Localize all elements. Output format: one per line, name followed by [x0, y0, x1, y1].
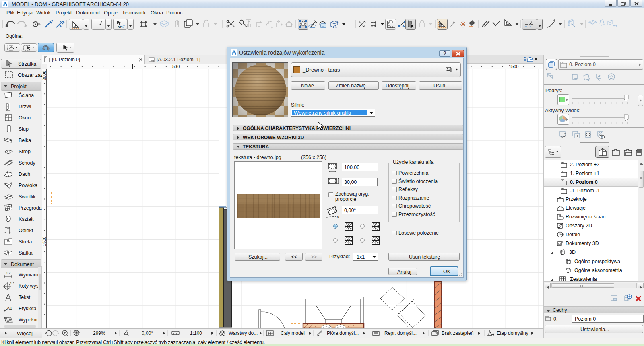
- svg-text:500: 500: [172, 64, 180, 69]
- svg-text:α: α: [337, 214, 339, 219]
- svg-text:2000: 2000: [42, 71, 47, 80]
- svg-text:1.2: 1.2: [10, 282, 14, 285]
- svg-text:1500: 1500: [509, 64, 518, 69]
- svg-text:A1: A1: [7, 306, 12, 311]
- svg-text:1500: 1500: [42, 237, 47, 246]
- svg-text:1.2: 1.2: [6, 271, 11, 275]
